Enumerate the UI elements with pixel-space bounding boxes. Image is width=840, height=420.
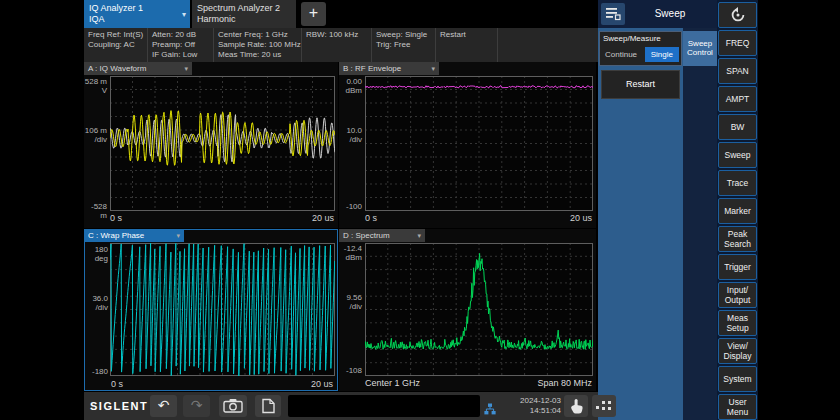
- preset-icon-button[interactable]: [718, 2, 757, 28]
- sweep-menu-panel: Sweep Sweep/Measure Continue Single Swee…: [598, 0, 717, 420]
- y-axis-div-unit: /div: [84, 135, 107, 144]
- softkey-marker[interactable]: Marker: [718, 198, 757, 224]
- y-axis-top-label: 0.00: [339, 77, 362, 86]
- panel-c-header[interactable]: ▾C : Wrap Phase: [84, 229, 184, 242]
- sweep-control-tab[interactable]: Sweep Control: [683, 31, 717, 66]
- info-group[interactable]: Restart: [436, 28, 498, 62]
- softkey-span[interactable]: SPAN: [718, 58, 757, 84]
- undo-button[interactable]: ↶: [150, 395, 177, 417]
- chevron-down-icon: ▾: [184, 62, 188, 75]
- menu-list-icon[interactable]: [601, 3, 625, 25]
- y-axis-unit: dBm: [339, 253, 362, 262]
- menu-tab-strip: [683, 28, 717, 420]
- panel-wrap-phase-selected: ▾C : Wrap Phase 180 deg 36.0 /div -180 0…: [84, 229, 338, 391]
- menu-header: Sweep: [598, 0, 717, 28]
- tab-subtitle: Harmonic: [197, 14, 291, 25]
- touch-mode-button[interactable]: [564, 395, 588, 417]
- softkey-input-output[interactable]: Input/ Output: [718, 282, 757, 308]
- tab-spectrum-analyzer[interactable]: Spectrum Analyzer 2 Harmonic: [192, 0, 296, 28]
- y-axis-div-label: 106 m: [84, 126, 107, 135]
- apps-grid-button[interactable]: [592, 395, 616, 417]
- tab-title: IQ Analyzer 1: [89, 3, 185, 14]
- y-axis-bottom-label: -528 m: [84, 202, 107, 220]
- brand-logo: SIGLENT: [90, 400, 148, 412]
- info-line: Restart: [440, 30, 493, 40]
- panel-b-header[interactable]: ▾B : RF Envelope: [339, 62, 439, 75]
- x-axis-start-label: 0 s: [365, 213, 377, 223]
- softkey-meas-setup[interactable]: Meas Setup: [718, 310, 757, 336]
- softkey-trigger[interactable]: Trigger: [718, 254, 757, 280]
- clock: 2024-12-03 14:51:04: [497, 396, 561, 416]
- info-group[interactable]: RBW: 100 kHz: [302, 28, 372, 62]
- info-group[interactable]: Center Freq: 1 GHzSample Rate: 100 MHzMe…: [214, 28, 302, 62]
- redo-icon: ↷: [191, 397, 203, 413]
- info-line: Sweep: Single: [376, 30, 431, 40]
- softkey-freq[interactable]: FREQ: [718, 30, 757, 56]
- chevron-down-icon: ▾: [417, 229, 421, 242]
- network-icon: [484, 401, 496, 419]
- redo-button[interactable]: ↷: [183, 395, 210, 417]
- y-axis-unit: dBm: [339, 86, 362, 95]
- status-info-bar: Freq Ref: Int(S)Coupling: ACAtten: 20 dB…: [84, 28, 598, 62]
- x-axis-end-label: 20 us: [570, 213, 592, 223]
- softkey-sweep[interactable]: Sweep: [718, 142, 757, 168]
- plot-canvas: [365, 243, 593, 376]
- info-line: Freq Ref: Int(S): [88, 30, 143, 40]
- softkey-ampt[interactable]: AMPT: [718, 86, 757, 112]
- info-group[interactable]: Sweep: SingleTrig: Free: [372, 28, 436, 62]
- panel-title: D : Spectrum: [343, 231, 390, 240]
- plot-rf-envelope[interactable]: [365, 76, 593, 211]
- screenshot-button[interactable]: [219, 395, 247, 417]
- date: 2024-12-03: [497, 396, 561, 406]
- single-option-selected[interactable]: Single: [645, 47, 679, 62]
- softkey-trace[interactable]: Trace: [718, 170, 757, 196]
- span-label: Span 80 MHz: [537, 378, 592, 388]
- plot-wrap-phase[interactable]: [110, 243, 335, 376]
- softkey-view-display[interactable]: View/ Display: [718, 338, 757, 364]
- info-group[interactable]: Atten: 20 dBPreamp: OffIF Gain: Low: [148, 28, 214, 62]
- apps-dots-icon: [595, 398, 613, 412]
- softkey-user-menu[interactable]: User Menu: [718, 394, 757, 420]
- sweep-measure-group: Sweep/Measure Continue Single: [599, 31, 682, 66]
- softkey-system[interactable]: System: [718, 366, 757, 392]
- tab-iq-analyzer[interactable]: IQ Analyzer 1 IQA ▾: [84, 0, 190, 28]
- sweep-measure-label: Sweep/Measure: [603, 34, 661, 43]
- instrument-screen: IQ Analyzer 1 IQA ▾ Spectrum Analyzer 2 …: [0, 0, 840, 420]
- add-tab-button[interactable]: +: [301, 2, 326, 26]
- bottom-toolbar: SIGLENT ↶ ↷ 2024-12-03: [84, 392, 598, 420]
- chevron-down-icon: ▾: [182, 9, 186, 20]
- plot-canvas: [365, 76, 593, 211]
- softkey-bw[interactable]: BW: [718, 114, 757, 140]
- info-line: Coupling: AC: [88, 40, 143, 50]
- info-line: Meas Time: 20 us: [218, 50, 297, 60]
- panel-a-header[interactable]: ▾A : IQ Waveform: [84, 62, 192, 75]
- softkey-column: FREQSPANAMPTBWSweepTraceMarkerPeak Searc…: [717, 0, 758, 420]
- info-line: Sample Rate: 100 MHz: [218, 40, 297, 50]
- info-line: RBW: 100 kHz: [306, 30, 367, 40]
- info-line: IF Gain: Low: [152, 50, 209, 60]
- y-axis-bottom-label: -100: [339, 202, 362, 211]
- message-display: [288, 395, 480, 417]
- panel-iq-waveform: ▾A : IQ Waveform 528 m V 106 m /div -528…: [84, 62, 338, 228]
- tab-subtitle: IQA: [89, 14, 185, 25]
- center-freq-label: Center 1 GHz: [365, 378, 420, 388]
- restart-button[interactable]: Restart: [601, 70, 680, 99]
- panel-d-header[interactable]: ▾D : Spectrum: [339, 229, 425, 242]
- tab-title: Spectrum Analyzer 2: [197, 3, 291, 14]
- y-axis-div-label: 36.0: [85, 294, 108, 303]
- x-axis-end-label: 20 us: [311, 379, 333, 389]
- y-axis-unit: deg: [85, 254, 108, 263]
- plot-spectrum[interactable]: [365, 243, 593, 376]
- y-axis-top-label: 528 m: [84, 77, 107, 86]
- file-icon: [261, 398, 276, 414]
- touch-pointer-icon: [569, 398, 583, 414]
- chevron-down-icon: ▾: [431, 62, 435, 75]
- plot-canvas: [110, 243, 335, 376]
- softkey-peak-search[interactable]: Peak Search: [718, 226, 757, 252]
- continue-option[interactable]: Continue: [602, 48, 640, 61]
- plot-iq-waveform[interactable]: [110, 76, 335, 211]
- file-button[interactable]: [255, 395, 281, 417]
- info-group[interactable]: Freq Ref: Int(S)Coupling: AC: [84, 28, 148, 62]
- preset-icon: [729, 6, 747, 24]
- y-axis-div-unit: /div: [339, 135, 362, 144]
